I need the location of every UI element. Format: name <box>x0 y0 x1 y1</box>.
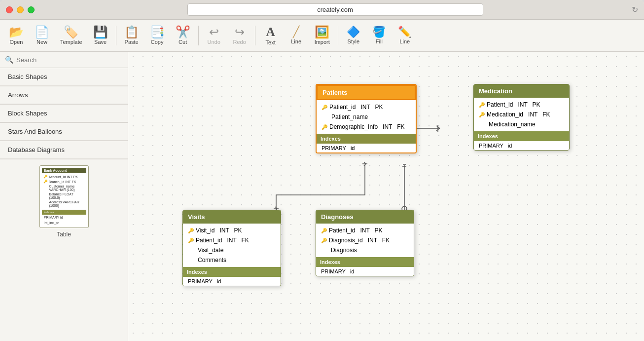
preview-row-3: Customer_name VARCHAR (100) <box>42 184 86 192</box>
table-diagnoses[interactable]: Diagnoses 🔑 Patient_id INT PK 🔑 Diagnosi… <box>316 210 414 276</box>
sidebar-preview: Bank Account 🔑 Account_Id INT PK 🔑 Branc… <box>0 159 128 244</box>
sidebar-section-block: Block Shapes <box>0 105 128 123</box>
minimize-button[interactable] <box>17 6 24 13</box>
paste-button[interactable]: 📋 Paste <box>119 22 144 49</box>
preview-card-indexes: Indexes <box>42 210 86 215</box>
preview-label: Table <box>57 231 71 238</box>
new-button[interactable]: 📄 New <box>30 22 54 49</box>
fk-icon: 🔑 <box>479 112 485 117</box>
address-bar[interactable]: creately.com <box>187 3 483 16</box>
table-patients-indexes-header: Indexes <box>317 134 416 144</box>
import-label: Import <box>315 39 330 45</box>
table-diagnoses-header: Diagnoses <box>316 210 414 224</box>
preview-row-1: 🔑 Account_Id INT PK <box>42 174 86 179</box>
maximize-button[interactable] <box>28 6 35 13</box>
sidebar-section-basic: Basic Shapes <box>0 68 128 86</box>
table-patients[interactable]: Patients 🔑 Patient_id INT PK Patient_nam… <box>316 84 417 153</box>
close-button[interactable] <box>6 6 13 13</box>
key-icon: 🔑 <box>479 102 485 108</box>
key-icon: 🔑 <box>321 228 327 233</box>
sidebar-section-arrows: Arrows <box>0 86 128 105</box>
search-bar: 🔍 <box>0 52 128 68</box>
linestyle-button[interactable]: ✏️ Line <box>393 22 417 49</box>
table-visits-body: 🔑 Visit_id INT PK 🔑 Patient_id INT FK Vi… <box>183 224 281 267</box>
text-icon: A <box>266 26 275 38</box>
table-row: Patient_name <box>317 112 416 122</box>
sidebar-section-stars: Stars And Balloons <box>0 123 128 141</box>
linestyle-icon: ✏️ <box>398 27 411 38</box>
table-medication-body: 🔑 Patient_id INT PK 🔑 Medication_id INT … <box>474 98 569 131</box>
sidebar-item-database-diagrams[interactable]: Database Diagrams <box>0 141 128 159</box>
undo-label: Undo <box>207 39 220 45</box>
table-visits-index-row: PRIMARY id <box>183 277 281 286</box>
preview-index-row: PRIMARY id <box>42 215 86 220</box>
open-button[interactable]: 📂 Open <box>4 22 29 49</box>
table-medication[interactable]: Medication 🔑 Patient_id INT PK 🔑 Medicat… <box>473 84 570 151</box>
key-icon-2: 🔑 <box>43 180 48 184</box>
search-icon: 🔍 <box>5 56 13 64</box>
table-row: 🔑 Patient_id INT PK <box>316 226 414 235</box>
style-icon: 🔷 <box>347 27 360 38</box>
table-visits[interactable]: Visits 🔑 Visit_id INT PK 🔑 Patient_id IN… <box>182 210 281 286</box>
import-button[interactable]: 🖼️ Import <box>310 22 335 49</box>
table-row: Medication_name <box>474 119 569 129</box>
preview-card[interactable]: Bank Account 🔑 Account_Id INT PK 🔑 Branc… <box>39 165 89 228</box>
sidebar-item-arrows[interactable]: Arrows <box>0 86 128 104</box>
table-diagnoses-index-row: PRIMARY id <box>316 267 414 276</box>
sidebar-item-block-shapes[interactable]: Block Shapes <box>0 105 128 122</box>
import-icon: 🖼️ <box>315 26 329 38</box>
cut-button[interactable]: ✂️ Cut <box>171 22 195 49</box>
line-label: Line <box>291 38 301 44</box>
table-patients-header: Patients <box>317 85 416 100</box>
new-label: New <box>36 39 47 45</box>
toolbar: 📂 Open 📄 New 🏷️ Template 💾 Save 📋 Paste … <box>0 20 644 52</box>
paste-label: Paste <box>125 39 139 45</box>
divider-2 <box>198 26 199 45</box>
key-icon-1: 🔑 <box>43 175 48 179</box>
table-visits-header: Visits <box>183 210 281 224</box>
table-patients-body: 🔑 Patient_id INT PK Patient_name 🔑 Demog… <box>317 100 416 134</box>
text-button[interactable]: A Text <box>258 22 283 49</box>
fk-icon: 🔑 <box>321 238 327 243</box>
cut-label: Cut <box>179 39 187 45</box>
table-diagnoses-body: 🔑 Patient_id INT PK 🔑 Diagnosis_id INT F… <box>316 224 414 257</box>
title-bar: creately.com ↻ <box>0 0 644 20</box>
copy-button[interactable]: 📑 Copy <box>145 22 170 49</box>
undo-icon: ↩ <box>209 26 219 38</box>
template-icon: 🏷️ <box>64 26 78 38</box>
style-button[interactable]: 🔷 Style <box>341 22 366 49</box>
search-input[interactable] <box>16 56 123 64</box>
table-medication-header: Medication <box>474 84 569 98</box>
text-label: Text <box>266 39 276 45</box>
main-area: 🔍 Basic Shapes Arrows Block Shapes Stars… <box>0 52 644 341</box>
table-row: 🔑 Visit_id INT PK <box>183 226 281 235</box>
traffic-lights <box>6 6 35 13</box>
paste-icon: 📋 <box>124 26 139 38</box>
divider-4 <box>338 26 338 45</box>
undo-button[interactable]: ↩ Undo <box>202 22 226 49</box>
reload-button[interactable]: ↻ <box>632 5 638 14</box>
preview-index-row-2: Int_inx_pr <box>42 220 86 226</box>
redo-button[interactable]: ↪ Redo <box>227 22 252 49</box>
divider-3 <box>255 26 255 45</box>
table-patients-index-row: PRIMARY id <box>317 144 416 152</box>
table-row: Comments <box>183 255 281 265</box>
copy-label: Copy <box>151 39 164 45</box>
key-icon: 🔑 <box>322 105 327 110</box>
canvas[interactable]: Patients 🔑 Patient_id INT PK Patient_nam… <box>128 52 644 341</box>
linestyle-label: Line <box>399 38 410 44</box>
preview-row-2: 🔑 Branch_Id INT FK <box>42 179 86 184</box>
sidebar-item-stars-balloons[interactable]: Stars And Balloons <box>0 123 128 141</box>
copy-icon: 📑 <box>150 26 165 38</box>
table-row: 🔑 Patient_id INT PK <box>474 100 569 110</box>
table-row: 🔑 Patient_id INT FK <box>183 235 281 245</box>
preview-row-5: Address VARCHAR (1000) <box>42 200 86 208</box>
redo-icon: ↪ <box>235 26 245 38</box>
template-label: Template <box>60 39 82 45</box>
template-button[interactable]: 🏷️ Template <box>55 22 87 49</box>
line-button[interactable]: ╱ Line <box>284 22 309 49</box>
sidebar-item-basic-shapes[interactable]: Basic Shapes <box>0 68 128 86</box>
fill-button[interactable]: 🪣 Fill <box>367 22 392 49</box>
preview-row-4: Balance FLOAT (100.0) <box>42 192 86 200</box>
save-button[interactable]: 💾 Save <box>88 22 113 49</box>
